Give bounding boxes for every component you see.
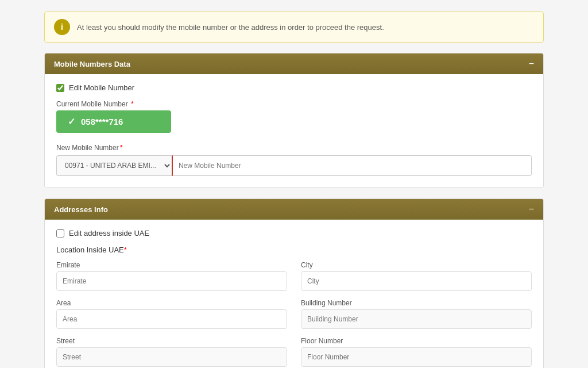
floor-number-field: Floor Number [301,337,532,367]
floor-number-label: Floor Number [301,337,532,345]
city-label: City [301,261,532,269]
area-input[interactable] [56,309,287,329]
location-inside-uae-label: Location Inside UAE* [56,246,532,254]
city-field: City [301,261,532,291]
addresses-panel-header: Addresses Info − [45,199,543,220]
edit-address-checkbox[interactable] [56,229,64,237]
emirate-field: Emirate [56,261,287,291]
emirate-label: Emirate [56,261,287,269]
edit-mobile-checkbox-row: Edit Mobile Number [56,83,532,92]
building-number-input[interactable] [301,309,532,329]
addresses-panel-collapse-btn[interactable]: − [529,205,534,214]
street-label: Street [56,337,287,345]
current-mobile-label: Current Mobile Number * [56,100,532,108]
addresses-panel: Addresses Info − Edit address inside UAE… [44,198,544,368]
mobile-panel-collapse-btn[interactable]: − [529,59,534,68]
street-input[interactable] [56,347,287,367]
street-field: Street [56,337,287,367]
new-mobile-field-label: New Mobile Number [56,144,119,152]
area-label: Area [56,299,287,307]
mobile-panel-body: Edit Mobile Number Current Mobile Number… [45,74,543,187]
address-form-grid: Emirate City Area Building Number [56,261,532,368]
current-mobile-value: 058****716 [81,117,123,126]
mobile-panel-header: Mobile Numbers Data − [45,53,543,74]
edit-address-checkbox-row: Edit address inside UAE [56,229,532,237]
new-mobile-input[interactable] [173,155,532,176]
new-mobile-label-row: New Mobile Number * [56,143,532,152]
check-icon: ✓ [68,116,75,127]
addresses-panel-title: Addresses Info [54,205,108,214]
new-mobile-required: * [120,143,123,152]
area-field: Area [56,299,287,329]
info-banner-text: At least you should modify the mobile nu… [77,23,384,32]
edit-address-label[interactable]: Edit address inside UAE [69,229,149,237]
country-code-select[interactable]: 00971 - UNITED ARAB EMI... [56,155,173,176]
info-icon: i [54,19,70,35]
edit-mobile-label[interactable]: Edit Mobile Number [69,83,134,92]
floor-number-input[interactable] [301,347,532,367]
city-input[interactable] [301,271,532,291]
current-mobile-button[interactable]: ✓ 058****716 [56,110,171,133]
edit-mobile-checkbox[interactable] [56,84,64,92]
info-banner: i At least you should modify the mobile … [44,12,544,43]
building-number-field: Building Number [301,299,532,329]
emirate-input[interactable] [56,271,287,291]
mobile-panel-title: Mobile Numbers Data [54,60,130,68]
addresses-panel-body: Edit address inside UAE Location Inside … [45,220,543,368]
building-number-label: Building Number [301,299,532,307]
mobile-numbers-panel: Mobile Numbers Data − Edit Mobile Number… [44,53,544,188]
new-mobile-row: 00971 - UNITED ARAB EMI... [56,155,532,176]
